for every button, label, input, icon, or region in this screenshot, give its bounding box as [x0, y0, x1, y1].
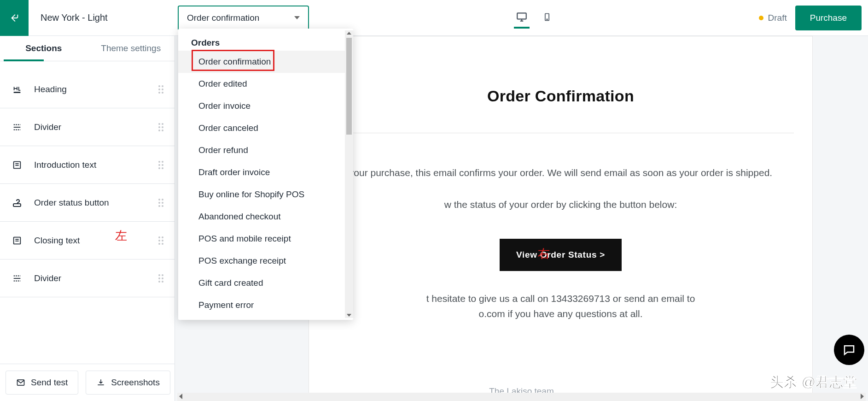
dropdown-item[interactable]: Draft order invoice [178, 161, 353, 183]
dropdown-item[interactable]: POS exchange receipt [178, 250, 353, 272]
heading-icon [11, 84, 23, 94]
mail-icon [16, 378, 25, 387]
preview-title: Order Confirmation [327, 87, 794, 105]
section-item-label: Heading [34, 84, 67, 94]
dropdown-item[interactable]: Abandoned checkout [178, 206, 353, 228]
dropdown-item[interactable]: Order invoice [178, 95, 353, 117]
theme-title: New York - Light [29, 12, 175, 23]
dropdown-item[interactable]: Order edited [178, 73, 353, 95]
mobile-view-button[interactable] [541, 7, 553, 29]
text-icon [11, 236, 23, 246]
screenshots-button[interactable]: Screenshots [86, 371, 170, 395]
drag-handle-icon[interactable] [158, 236, 163, 245]
dropdown-item[interactable]: Order refund [178, 139, 353, 161]
chat-widget-button[interactable] [834, 335, 864, 365]
chat-icon [842, 343, 856, 357]
section-item-intro-text[interactable]: Introduction text [0, 146, 175, 184]
section-item-label: Divider [34, 273, 61, 283]
divider-icon [11, 122, 23, 132]
view-order-status-button[interactable]: View Order Status > [500, 239, 622, 271]
send-test-label: Send test [31, 377, 68, 388]
sidebar: Sections Theme settings Heading Divider … [0, 36, 175, 401]
svg-rect-0 [518, 13, 527, 19]
section-item-heading[interactable]: Heading [0, 71, 175, 108]
dropdown-scrollbar[interactable] [345, 30, 353, 318]
svg-rect-4 [13, 204, 21, 206]
text-icon [11, 160, 23, 170]
template-select[interactable]: Order confirmation [178, 6, 309, 30]
topbar: New York - Light Order confirmation Draf… [0, 0, 868, 36]
tab-sections[interactable]: Sections [0, 36, 87, 61]
drag-handle-icon[interactable] [158, 199, 163, 207]
preview-paragraph: t hesitate to give us a call on 13433269… [327, 291, 794, 321]
section-item-label: Introduction text [34, 160, 96, 170]
dropdown-item[interactable]: Buy online for Shopify POS [178, 183, 353, 206]
section-item-closing-text[interactable]: Closing text [0, 222, 175, 259]
purchase-button[interactable]: Purchase [795, 6, 862, 30]
draft-status: Draft [759, 13, 787, 23]
send-test-button[interactable]: Send test [6, 371, 78, 395]
tab-theme-settings[interactable]: Theme settings [87, 36, 175, 61]
drag-handle-icon[interactable] [158, 123, 163, 131]
device-switch [514, 7, 553, 29]
section-item-label: Divider [34, 122, 61, 132]
drag-handle-icon[interactable] [158, 161, 163, 169]
drag-handle-icon[interactable] [158, 85, 163, 94]
screenshots-label: Screenshots [111, 377, 160, 388]
desktop-icon [516, 11, 528, 23]
section-list[interactable]: Heading Divider Introduction text Order … [0, 61, 175, 364]
dropdown-item[interactable]: Gift card created [178, 272, 353, 294]
divider-icon [11, 273, 23, 283]
template-select-value: Order confirmation [187, 13, 259, 23]
status-dot-icon [759, 16, 763, 20]
preview-paragraph: w the status of your order by clicking t… [327, 197, 794, 212]
svg-point-2 [547, 19, 548, 20]
download-icon [96, 378, 105, 387]
drag-handle-icon[interactable] [158, 274, 163, 283]
draft-label: Draft [768, 13, 787, 23]
preview-paragraph: your purchase, this email confirms your … [327, 165, 794, 181]
dropdown-item[interactable]: Payment error [178, 294, 353, 316]
status-icon [11, 197, 23, 208]
section-item-order-status[interactable]: Order status button [0, 184, 175, 222]
back-button[interactable] [0, 0, 29, 36]
section-item-label: Closing text [34, 236, 80, 246]
dropdown-item[interactable]: Order confirmation [178, 51, 353, 73]
email-preview: Order Confirmation your purchase, this e… [309, 36, 813, 401]
mobile-icon [542, 11, 552, 23]
template-dropdown: Orders Order confirmation Order edited O… [178, 29, 353, 320]
dropdown-item[interactable]: Order canceled [178, 117, 353, 139]
dropdown-group-orders: Orders [178, 29, 353, 51]
section-item-divider[interactable]: Divider [0, 108, 175, 146]
horizontal-scrollbar[interactable] [177, 393, 866, 401]
back-icon [9, 13, 19, 23]
section-item-divider[interactable]: Divider [0, 259, 175, 297]
dropdown-item[interactable]: POS and mobile receipt [178, 228, 353, 250]
desktop-view-button[interactable] [514, 7, 530, 29]
chevron-down-icon [294, 16, 300, 19]
preview-divider [327, 133, 794, 133]
section-item-label: Order status button [34, 198, 109, 208]
